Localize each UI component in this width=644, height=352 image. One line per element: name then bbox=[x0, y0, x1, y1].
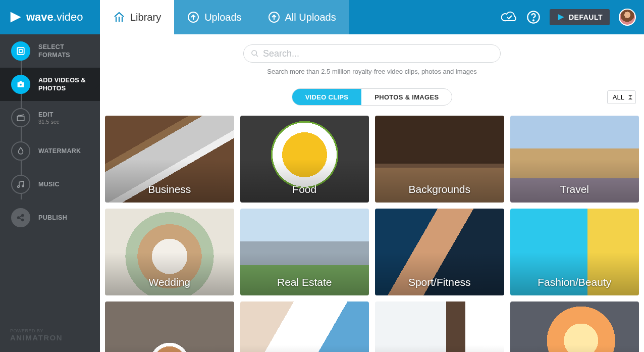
sidebar: SELECT FORMATS ADD VIDEOS & PHOTOS EDIT3… bbox=[0, 34, 100, 352]
camera-icon bbox=[16, 80, 25, 89]
clapper-icon bbox=[16, 113, 25, 122]
tab-uploads[interactable]: Uploads bbox=[174, 0, 254, 34]
svg-point-8 bbox=[18, 186, 20, 188]
tab-label: All Uploads bbox=[285, 12, 336, 23]
avatar[interactable] bbox=[619, 9, 636, 26]
category-card[interactable]: Business bbox=[105, 116, 234, 203]
tab-label: Library bbox=[130, 12, 161, 23]
toggle-video-clips[interactable]: VIDEO CLIPS bbox=[292, 89, 362, 105]
play-icon bbox=[8, 10, 22, 24]
powered-by: POWERED BY ANIMATRON bbox=[0, 318, 100, 352]
brand-b: .video bbox=[53, 11, 83, 23]
category-card[interactable] bbox=[510, 301, 639, 352]
help-button[interactable] bbox=[526, 10, 541, 24]
filter-select[interactable]: ALL bbox=[607, 90, 636, 104]
category-label: Real Estate bbox=[277, 276, 332, 288]
top-bar: wave.video Library Uploads All Uploads D… bbox=[0, 0, 644, 34]
powered-brand: ANIMATRON bbox=[10, 333, 90, 342]
svg-rect-4 bbox=[17, 47, 24, 55]
toggle-photos-images[interactable]: PHOTOS & IMAGES bbox=[361, 89, 452, 105]
tab-library[interactable]: Library bbox=[100, 0, 174, 34]
search-icon bbox=[251, 49, 259, 58]
search-input[interactable] bbox=[263, 48, 493, 59]
category-card[interactable]: Backgrounds bbox=[375, 116, 504, 203]
category-card[interactable]: Real Estate bbox=[240, 209, 369, 295]
droplet-icon bbox=[16, 146, 25, 156]
svg-point-3 bbox=[533, 20, 534, 21]
step-label: EDIT bbox=[38, 111, 60, 119]
category-card[interactable] bbox=[375, 301, 504, 352]
top-right: DEFAULT bbox=[501, 9, 644, 26]
formats-icon bbox=[16, 46, 25, 56]
media-type-toggle: VIDEO CLIPS PHOTOS & IMAGES bbox=[292, 88, 453, 106]
play-icon bbox=[557, 13, 565, 21]
main: Search more than 2.5 million royalty-fre… bbox=[100, 34, 644, 352]
step-sublabel: 31.5 sec bbox=[38, 119, 60, 125]
svg-point-9 bbox=[22, 185, 24, 187]
category-grid: BusinessFoodBackgroundsTravelWeddingReal… bbox=[100, 116, 644, 352]
powered-label: POWERED BY bbox=[10, 328, 90, 333]
help-icon bbox=[526, 10, 541, 24]
step-label: MUSIC bbox=[38, 180, 60, 188]
category-label: Wedding bbox=[148, 276, 190, 288]
category-label: Fashion/Beauty bbox=[538, 276, 611, 288]
cloud-sync-button[interactable] bbox=[501, 11, 517, 24]
share-icon bbox=[16, 213, 25, 222]
category-card[interactable]: Wedding bbox=[105, 209, 234, 295]
search-area: Search more than 2.5 million royalty-fre… bbox=[100, 34, 644, 79]
cloud-check-icon bbox=[501, 11, 517, 24]
tabs: Library Uploads All Uploads bbox=[100, 0, 349, 34]
upload-icon bbox=[187, 11, 199, 23]
step-music[interactable]: MUSIC bbox=[0, 168, 100, 201]
category-label: Travel bbox=[560, 183, 589, 195]
category-card[interactable]: Food bbox=[240, 116, 369, 203]
step-label: SELECT FORMATS bbox=[38, 43, 93, 60]
step-select-formats[interactable]: SELECT FORMATS bbox=[0, 34, 100, 68]
tab-label: Uploads bbox=[204, 12, 241, 23]
step-edit[interactable]: EDIT31.5 sec bbox=[0, 101, 100, 134]
default-button[interactable]: DEFAULT bbox=[550, 9, 610, 25]
brand-a: wave bbox=[26, 11, 53, 23]
svg-rect-5 bbox=[19, 49, 22, 53]
step-label: ADD VIDEOS & PHOTOS bbox=[38, 76, 93, 93]
category-label: Backgrounds bbox=[408, 183, 470, 195]
default-label: DEFAULT bbox=[569, 13, 603, 21]
category-card[interactable]: Travel bbox=[510, 116, 639, 203]
category-label: Business bbox=[148, 183, 191, 195]
svg-point-13 bbox=[252, 51, 256, 55]
step-label: PUBLISH bbox=[38, 214, 67, 222]
category-label: Food bbox=[292, 183, 316, 195]
upload-icon bbox=[268, 11, 280, 23]
music-icon bbox=[16, 180, 25, 189]
category-label: Sport/Fitness bbox=[408, 276, 471, 288]
tab-all-uploads[interactable]: All Uploads bbox=[255, 0, 349, 34]
category-card[interactable] bbox=[240, 301, 369, 352]
svg-point-6 bbox=[20, 84, 22, 86]
category-card[interactable] bbox=[105, 301, 234, 352]
svg-rect-7 bbox=[17, 116, 24, 121]
home-icon bbox=[113, 11, 125, 23]
step-label: WATERMARK bbox=[38, 147, 81, 155]
step-watermark[interactable]: WATERMARK bbox=[0, 134, 100, 168]
filter-row: VIDEO CLIPS PHOTOS & IMAGES ALL bbox=[100, 88, 644, 106]
step-add-videos[interactable]: ADD VIDEOS & PHOTOS bbox=[0, 68, 100, 101]
step-publish[interactable]: PUBLISH bbox=[0, 201, 100, 234]
search-box[interactable] bbox=[243, 44, 501, 63]
category-card[interactable]: Sport/Fitness bbox=[375, 209, 504, 295]
search-hint: Search more than 2.5 million royalty-fre… bbox=[267, 68, 477, 75]
logo[interactable]: wave.video bbox=[0, 10, 100, 24]
category-card[interactable]: Fashion/Beauty bbox=[510, 209, 639, 295]
